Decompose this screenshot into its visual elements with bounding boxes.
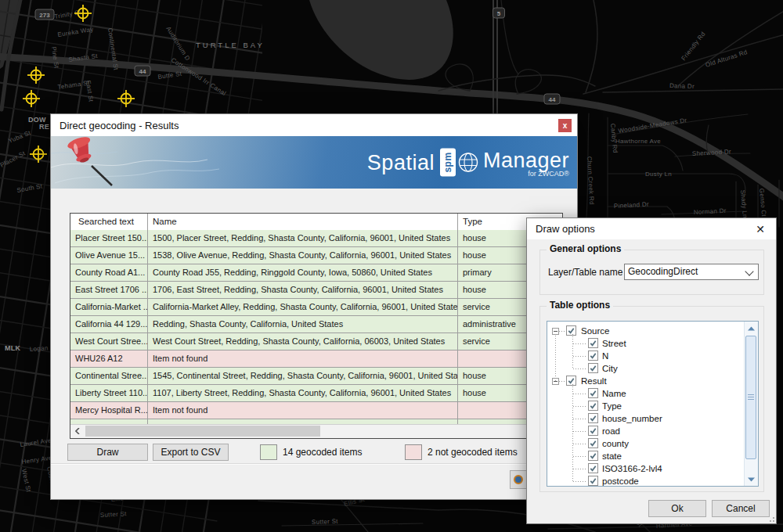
- tree-connector: [573, 431, 587, 432]
- scrollbar-thumb[interactable]: [85, 426, 320, 437]
- table-options-group: Table options SourceStreetNCityResultNam…: [539, 306, 764, 492]
- draw-button[interactable]: Draw: [67, 444, 148, 461]
- tree-item-street[interactable]: Street: [547, 337, 745, 350]
- tree-item-label: house_number: [602, 412, 662, 425]
- draw-options-title: Draw options: [527, 223, 595, 235]
- checked-checkbox[interactable]: [588, 476, 598, 486]
- tree-item-city[interactable]: City: [547, 362, 745, 375]
- checked-checkbox[interactable]: [588, 438, 598, 448]
- brand-banner: Spatial spm Manager for ZWCAD®: [51, 136, 577, 189]
- tree-item-n[interactable]: N: [547, 350, 745, 362]
- tree-item-name[interactable]: Name: [547, 387, 745, 400]
- table-row[interactable]: California-Market ...California-Market A…: [70, 299, 562, 316]
- tree-item-postcode[interactable]: postcode: [547, 475, 745, 487]
- table-row[interactable]: West Court Stree...West Court Street, Re…: [70, 333, 562, 350]
- results-dialog: Direct geocoding - Results x Spatial spm: [50, 113, 578, 500]
- export-csv-button[interactable]: Export to CSV: [153, 444, 229, 461]
- tree-connector: [573, 456, 587, 457]
- tree-vertical-scrollbar[interactable]: [744, 322, 758, 486]
- checked-checkbox[interactable]: [588, 451, 598, 461]
- scrollbar-thumb[interactable]: [745, 336, 756, 459]
- cell-searched: Continental Stree...: [70, 368, 148, 384]
- tree-connector: [573, 406, 587, 407]
- tree-item-iso3166-2-lvl4[interactable]: ISO3166-2-lvl4: [547, 462, 745, 475]
- tree-item-result[interactable]: Result: [547, 375, 745, 387]
- table-row[interactable]: County Road A1...County Road J55, Reddin…: [70, 264, 562, 282]
- resize-grip[interactable]: [767, 514, 774, 522]
- table-row[interactable]: Olive Avenue 15...1538, Olive Avenue, Re…: [70, 247, 562, 264]
- column-header-searched-text[interactable]: Searched text: [70, 214, 148, 230]
- table-row[interactable]: Liberty Street 110...1107, Liberty Stree…: [70, 385, 562, 402]
- table-row[interactable]: Mercy Hospital R...Item not found: [70, 402, 562, 419]
- scroll-left-arrow[interactable]: [70, 425, 84, 437]
- cell-name: 1107, Liberty Street, Redding, Shasta Co…: [148, 385, 458, 401]
- tree-item-county[interactable]: county: [547, 437, 745, 450]
- ok-button[interactable]: Ok: [648, 500, 706, 517]
- svg-text:44: 44: [139, 68, 146, 75]
- checked-checkbox[interactable]: [588, 338, 598, 348]
- results-dialog-titlebar[interactable]: Direct geocoding - Results x: [51, 114, 577, 136]
- fields-treeview[interactable]: SourceStreetNCityResultNameTypehouse_num…: [547, 321, 759, 487]
- cell-name: Redding, Shasta County, California, Unit…: [148, 316, 458, 332]
- tree-connector: [573, 356, 587, 357]
- table-row[interactable]: WHU26 A12Item not found: [70, 350, 562, 368]
- table-row[interactable]: Placer Street 150...1500, Placer Street,…: [70, 230, 562, 247]
- close-button[interactable]: x: [558, 119, 572, 132]
- collapse-expander-icon[interactable]: [552, 328, 559, 335]
- tree-item-label: City: [602, 362, 618, 375]
- tree-item-type[interactable]: Type: [547, 400, 745, 412]
- tree-item-house-number[interactable]: house_number: [547, 412, 745, 425]
- svg-text:5: 5: [497, 10, 501, 17]
- cancel-button[interactable]: Cancel: [712, 500, 770, 517]
- tree-item-label: N: [602, 350, 608, 362]
- cell-searched: Mercy Hospital R...: [70, 402, 148, 419]
- tree-item-label: Result: [581, 375, 607, 387]
- tree-item-label: Street: [602, 337, 626, 350]
- map-street-label: Dusty Ln: [645, 171, 672, 178]
- table-body: Placer Street 150...1500, Placer Street,…: [70, 230, 562, 425]
- highway-shield: 273: [35, 9, 54, 20]
- table-row[interactable]: Continental Stree...1545, Continental St…: [70, 368, 562, 385]
- map-street-label: TURTLE BAY: [196, 41, 265, 49]
- tree-item-state[interactable]: state: [547, 450, 745, 462]
- cell-searched: Liberty Street 110...: [70, 385, 148, 401]
- checked-checkbox[interactable]: [588, 350, 598, 361]
- checked-checkbox[interactable]: [588, 426, 598, 436]
- checked-checkbox[interactable]: [588, 388, 598, 398]
- checked-checkbox[interactable]: [566, 325, 576, 336]
- spm-badge: spm: [440, 149, 456, 177]
- close-icon[interactable]: ✕: [753, 222, 767, 236]
- table-row[interactable]: California 44 129...Redding, Shasta Coun…: [70, 316, 562, 333]
- map-street-label: RE: [39, 123, 49, 131]
- column-header-name[interactable]: Name: [148, 214, 458, 230]
- checked-checkbox[interactable]: [588, 413, 598, 423]
- tree-connector: [573, 444, 587, 444]
- cell-searched: WHU26 A12: [70, 350, 148, 367]
- table-header[interactable]: Searched text Name Type: [70, 214, 562, 231]
- checked-checkbox[interactable]: [588, 363, 598, 373]
- scroll-down-arrow[interactable]: [745, 473, 758, 486]
- svg-text:273: 273: [39, 12, 50, 19]
- tree-item-source[interactable]: Source: [547, 325, 745, 337]
- horizontal-scrollbar[interactable]: [70, 424, 562, 438]
- logo-subtitle: for ZWCAD®: [528, 169, 569, 177]
- not-geocoded-legend-label: 2 not geocoded items: [428, 444, 518, 460]
- combobox-value: GeocodingDirect: [628, 266, 698, 277]
- not-geocoded-legend-swatch: [405, 444, 422, 460]
- tree-connector: [559, 381, 566, 382]
- spatial-manager-logo: Spatial spm Manager for ZWCAD®: [367, 148, 569, 177]
- draw-options-titlebar[interactable]: Draw options ✕: [527, 218, 776, 239]
- chevron-down-icon: [745, 267, 753, 275]
- tree-connector: [573, 368, 587, 369]
- checked-checkbox[interactable]: [566, 376, 576, 386]
- layer-table-name-combobox[interactable]: GeocodingDirect: [624, 264, 759, 280]
- scroll-up-arrow[interactable]: [745, 322, 758, 335]
- checked-checkbox[interactable]: [588, 401, 598, 411]
- geocoded-legend-label: 14 geocoded items: [283, 444, 362, 460]
- checked-checkbox[interactable]: [588, 463, 598, 473]
- highway-shield: 44: [135, 66, 150, 76]
- table-row[interactable]: East Street 1706 ...1706, East Street, R…: [70, 282, 562, 299]
- tree-item-road[interactable]: road: [547, 425, 745, 437]
- map-street-label: MLK: [5, 344, 21, 352]
- cell-name: 1706, East Street, Redding, Shasta Count…: [148, 282, 458, 298]
